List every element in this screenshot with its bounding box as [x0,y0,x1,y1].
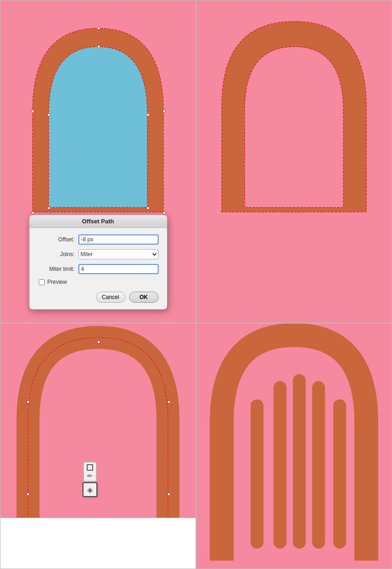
svg-rect-26 [333,399,346,548]
offset-input[interactable] [78,234,159,245]
svg-rect-24 [293,374,306,549]
main-grid: Offset Path Offset: Joins: Miter Round B… [0,0,392,569]
quadrant-2: Pathfinder « | ≡ Shape Modes: Minus Fron… [196,0,392,323]
offset-path-dialog: Offset Path Offset: Joins: Miter Round B… [29,215,167,310]
quadrant-1: Offset Path Offset: Joins: Miter Round B… [0,0,196,323]
preview-checkbox[interactable] [39,279,45,285]
ok-button[interactable]: OK [129,292,159,303]
eraser-tool[interactable]: ◈ [83,482,97,497]
miter-label: Miter limit: [38,266,75,272]
quadrant-3: ✏ ◈ [0,323,196,569]
pencil-tool-icon[interactable]: ✏ [87,473,93,479]
svg-rect-23 [273,381,286,549]
miter-input[interactable] [78,264,159,274]
preview-label: Preview [48,279,67,285]
svg-rect-25 [312,381,325,549]
joins-select[interactable]: Miter Round Bevel [78,249,159,259]
dialog-title: Offset Path [30,215,167,228]
square-tool-icon[interactable] [87,464,93,471]
svg-rect-22 [250,399,263,548]
joins-label: Joins: [38,251,75,258]
offset-label: Offset: [38,236,75,243]
eraser-icon: ◈ [87,485,93,494]
quadrant-4 [196,323,392,569]
cancel-button[interactable]: Cancel [96,292,125,303]
text-area-bottom[interactable] [0,518,196,569]
